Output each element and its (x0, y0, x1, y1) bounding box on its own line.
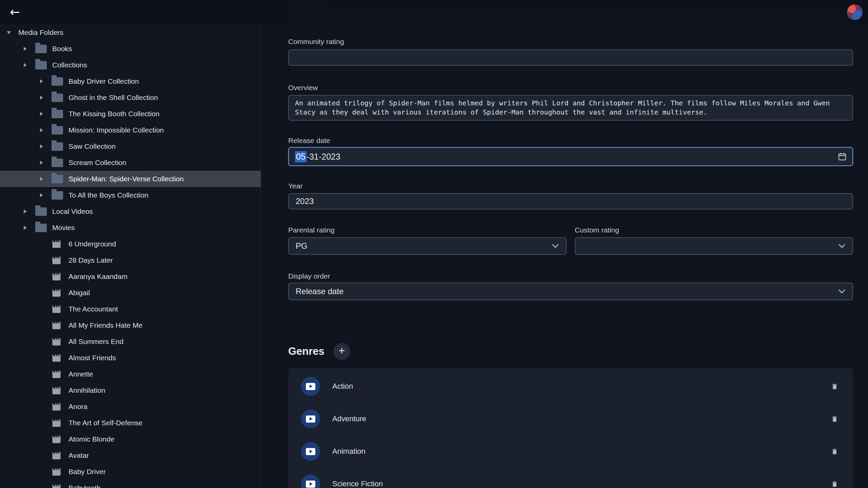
community-rating-label: Community rating (288, 37, 853, 46)
community-rating-input[interactable] (288, 49, 853, 66)
tree-item-label: 6 Underground (68, 240, 116, 248)
back-button[interactable]: ← (6, 3, 24, 21)
tree-item-anora[interactable]: Anora (0, 399, 261, 415)
tree-item-label: Local Videos (52, 207, 93, 216)
release-date-rest-text: -31-2023 (307, 152, 340, 162)
tree-item-spider-man-spider-verse-collection[interactable]: Spider-Man: Spider-Verse Collection (0, 171, 261, 187)
tree-item-the-accountant[interactable]: The Accountant (0, 301, 261, 317)
delete-genre-button[interactable] (829, 478, 840, 488)
tree-item-28-days-later[interactable]: 28 Days Later (0, 252, 261, 268)
user-avatar[interactable] (847, 4, 863, 20)
display-order-label: Display order (288, 272, 853, 281)
tree-item-label: The Art of Self-Defense (68, 419, 142, 427)
tree-item-media-folders[interactable]: Media Folders (0, 24, 261, 41)
genre-row: Action (288, 370, 853, 403)
custom-rating-label: Custom rating (575, 226, 853, 235)
tree-item-6-underground[interactable]: 6 Underground (0, 236, 261, 252)
custom-rating-field: Custom rating (575, 226, 853, 255)
caret-right-icon (24, 47, 35, 51)
tree-item-saw-collection[interactable]: Saw Collection (0, 138, 261, 155)
year-label: Year (288, 182, 853, 190)
tree-item-movies[interactable]: Movies (0, 220, 261, 236)
genre-type-icon (301, 442, 320, 461)
tree-item-scream-collection[interactable]: Scream Collection (0, 155, 261, 171)
overview-textarea[interactable]: An animated trilogy of Spider-Man films … (288, 95, 853, 121)
tree-item-label: The Kissing Booth Collection (68, 110, 159, 118)
genre-label: Action (332, 382, 353, 391)
tree-item-abigail[interactable]: Abigail (0, 285, 261, 301)
tree-item-label: The Accountant (68, 305, 118, 313)
tree-item-ghost-in-the-shell-collection[interactable]: Ghost in the Shell Collection (0, 89, 261, 106)
tree-item-books[interactable]: Books (0, 41, 261, 57)
tree-item-baby-driver-collection[interactable]: Baby Driver Collection (0, 73, 261, 89)
tree-item-the-art-of-self-defense[interactable]: The Art of Self-Defense (0, 415, 261, 431)
metadata-form: Community rating Overview An animated tr… (288, 0, 853, 488)
tree-item-label: All Summers End (68, 338, 123, 346)
genre-list: ActionAdventureAnimationScience Fiction (288, 368, 853, 488)
movie-icon (52, 271, 63, 282)
tree-item-label: Media Folders (18, 28, 63, 37)
tree-item-label: All My Friends Hate Me (68, 321, 142, 329)
tree-item-label: Saw Collection (68, 142, 116, 150)
tree-item-label: Annette (68, 370, 93, 378)
movie-icon (52, 483, 63, 488)
tree-item-mission-impossible-collection[interactable]: Mission: Impossible Collection (0, 122, 261, 138)
overview-label: Overview (288, 83, 853, 92)
add-genre-button[interactable]: + (333, 343, 350, 360)
tree-item-label: To All the Boys Collection (68, 191, 149, 199)
tree-item-the-kissing-booth-collection[interactable]: The Kissing Booth Collection (0, 106, 261, 122)
folder-icon (35, 224, 47, 232)
chevron-down-icon (552, 241, 559, 248)
tree-item-annette[interactable]: Annette (0, 366, 261, 382)
caret-right-icon (40, 144, 52, 148)
release-date-input[interactable]: 05-31-2023 (288, 147, 853, 166)
movie-icon (52, 320, 63, 330)
delete-genre-button[interactable] (829, 413, 840, 425)
year-input[interactable] (288, 193, 853, 209)
metadata-editor: Community rating Overview An animated tr… (261, 0, 868, 488)
tree-item-almost-friends[interactable]: Almost Friends (0, 350, 261, 366)
tree-item-label: 28 Days Later (68, 256, 113, 264)
custom-rating-select[interactable] (575, 237, 853, 255)
display-order-select[interactable]: Release date (288, 283, 853, 300)
movie-icon (52, 304, 63, 314)
tree-item-label: Scream Collection (68, 159, 126, 167)
movie-icon (52, 337, 63, 347)
folder-icon (52, 126, 63, 135)
delete-genre-button[interactable] (829, 446, 840, 458)
tree-item-label: Almost Friends (68, 354, 116, 362)
movie-icon (52, 434, 63, 444)
genres-title: Genres (288, 345, 324, 358)
genres-header: Genres + (288, 343, 853, 360)
movie-icon (52, 418, 63, 428)
tree-item-annihilation[interactable]: Annihilation (0, 382, 261, 399)
parental-rating-label: Parental rating (288, 226, 567, 235)
movie-icon (52, 402, 63, 412)
genre-row: Science Fiction (288, 468, 853, 488)
tree-item-label: Annihilation (68, 386, 105, 394)
tree-item-avatar[interactable]: Avatar (0, 447, 261, 464)
tree-item-all-summers-end[interactable]: All Summers End (0, 333, 261, 350)
tree-item-label: Avatar (68, 451, 89, 460)
folder-icon (52, 110, 63, 118)
folder-icon (35, 45, 47, 53)
tree-item-atomic-blonde[interactable]: Atomic Blonde (0, 431, 261, 447)
genre-label: Adventure (332, 414, 366, 423)
tree-item-all-my-friends-hate-me[interactable]: All My Friends Hate Me (0, 317, 261, 333)
tree-item-to-all-the-boys-collection[interactable]: To All the Boys Collection (0, 187, 261, 203)
genre-type-icon (301, 474, 320, 488)
tree-item-babyteeth[interactable]: Babyteeth (0, 480, 261, 488)
release-date-selected-text: 05 (295, 151, 307, 162)
parental-rating-select[interactable]: PG (288, 237, 567, 255)
calendar-icon[interactable] (837, 152, 847, 161)
caret-down-icon (7, 31, 18, 34)
tree-item-baby-driver[interactable]: Baby Driver (0, 464, 261, 480)
tree-item-aaranya-kaandam[interactable]: Aaranya Kaandam (0, 268, 261, 285)
movie-icon (52, 239, 63, 249)
tree-item-label: Anora (68, 403, 87, 411)
delete-genre-button[interactable] (829, 381, 840, 392)
tree-item-collections[interactable]: Collections (0, 57, 261, 73)
movie-icon (52, 288, 63, 298)
folder-icon (52, 175, 63, 183)
tree-item-local-videos[interactable]: Local Videos (0, 203, 261, 220)
